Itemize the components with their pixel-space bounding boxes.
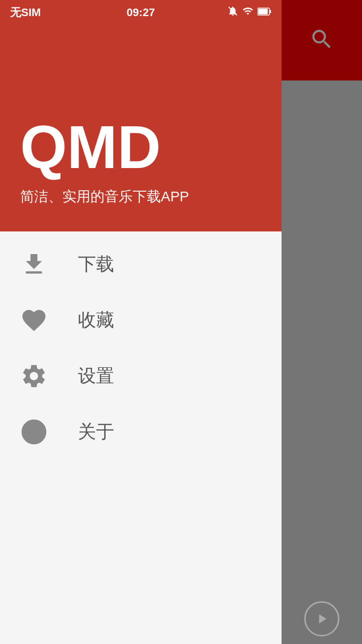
drawer-menu: 下载 收藏 设置 [0,231,282,465]
settings-icon [20,362,48,390]
battery-icon [257,6,272,19]
drawer: 无SIM 09:27 [0,0,282,644]
download-label: 下载 [78,252,114,277]
menu-item-settings[interactable]: 设置 [0,348,282,404]
search-icon[interactable] [309,27,334,54]
info-icon [20,418,48,446]
time-display: 09:27 [127,6,155,19]
status-bar: 无SIM 09:27 [0,0,282,25]
status-right-icons [227,6,272,20]
wifi-icon [242,6,253,20]
drawer-header: QMD 简洁、实用的音乐下载APP [0,25,282,231]
right-panel [282,0,362,644]
menu-item-favorites[interactable]: 收藏 [0,292,282,348]
notification-icon [227,6,238,20]
right-panel-bottom [282,594,362,644]
app-title: QMD [20,117,261,177]
play-button[interactable] [304,601,339,636]
carrier-label: 无SIM [10,5,41,20]
settings-label: 设置 [78,364,114,388]
download-icon [20,251,48,278]
svg-rect-3 [269,10,271,13]
about-label: 关于 [78,420,114,444]
right-panel-top [282,0,362,80]
menu-item-about[interactable]: 关于 [0,404,282,460]
menu-item-download[interactable]: 下载 [0,236,282,292]
heart-icon [20,306,48,334]
favorites-label: 收藏 [78,308,114,333]
app-subtitle: 简洁、实用的音乐下载APP [20,187,261,206]
svg-rect-2 [258,9,268,15]
